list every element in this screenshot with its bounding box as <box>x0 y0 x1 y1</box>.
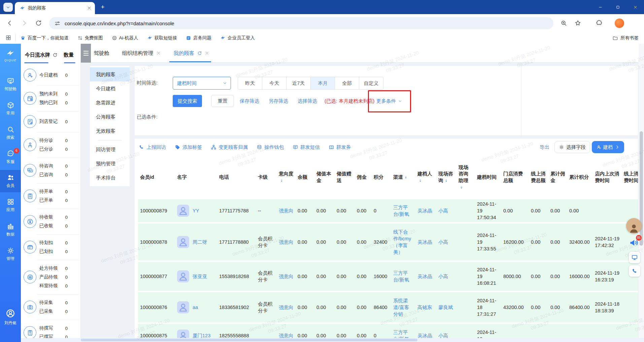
sidebar-item-管理[interactable]: 管理 <box>0 243 21 265</box>
column-header[interactable]: 电话 <box>217 157 256 198</box>
apps-grid-icon[interactable] <box>5 35 11 41</box>
stats-row[interactable]: 已开单0 <box>39 196 78 205</box>
stats-row[interactable]: 待咨询0 <box>39 162 78 170</box>
stats-row[interactable]: 待采集0 <box>39 298 78 307</box>
minimize-button[interactable] <box>591 0 609 14</box>
all-bookmarks-button[interactable]: 所有书签 <box>612 32 639 44</box>
stats-row[interactable]: 预约已到0 <box>39 98 78 107</box>
sidebar-item-会员[interactable]: 会员 <box>0 170 21 192</box>
stats-row[interactable]: 科室待领0 <box>39 281 78 290</box>
table-row[interactable]: 1000000878周二呀17711778880会员积分卡强意向0.000.00… <box>138 224 638 261</box>
filter-link-另存筛选[interactable]: 另存筛选 <box>269 98 288 104</box>
bookmark-item[interactable]: 获取短链接 <box>147 35 177 41</box>
create-record-button[interactable]: 建档 <box>592 141 624 153</box>
column-header[interactable]: 卡级 <box>256 157 277 198</box>
browser-tab[interactable]: 我的顾客 <box>15 2 95 14</box>
customer-name-link[interactable]: aa <box>193 304 198 311</box>
column-header[interactable]: 名字 <box>175 157 217 198</box>
sidebar-item-应用[interactable]: 应用 <box>0 194 21 216</box>
maximize-button[interactable] <box>609 0 626 14</box>
menu-item-公海顾客[interactable]: 公海顾客 <box>90 110 130 124</box>
stats-row[interactable]: 已咨询0 <box>39 170 78 179</box>
workspace-tab-我的顾客[interactable]: 我的顾客 <box>174 50 209 57</box>
collapse-menu-button[interactable] <box>81 44 91 63</box>
filter-link-选择筛选[interactable]: 选择筛选 <box>298 98 317 104</box>
close-tab-icon[interactable] <box>87 6 92 10</box>
menu-item-今日建档[interactable]: 今日建档 <box>90 81 130 96</box>
menu-item-手术排台[interactable]: 手术排台 <box>90 171 130 185</box>
stats-row[interactable]: 已划扣0 <box>39 247 78 256</box>
horizontal-scrollbar[interactable] <box>21 338 644 342</box>
select-fields-button[interactable]: 选择字段 <box>554 141 590 153</box>
range-button-近7天[interactable]: 近7天 <box>286 77 311 90</box>
menu-item-我的顾客[interactable]: 我的顾客 <box>90 67 130 81</box>
column-header[interactable]: 店内上次消费时间 <box>593 157 622 198</box>
stats-row[interactable]: 待划扣0 <box>39 238 78 247</box>
column-header[interactable]: 余额 <box>296 157 314 198</box>
column-header[interactable]: 线上消费总额 <box>529 157 548 198</box>
action-上报回访[interactable]: 上报回访 <box>139 144 166 150</box>
sort-icon[interactable] <box>418 178 422 183</box>
stats-row[interactable]: 待开单0 <box>39 187 78 196</box>
sidebar-item-客服[interactable]: 客服6 <box>0 146 21 168</box>
range-button-昨天[interactable]: 昨天 <box>238 77 262 90</box>
back-icon[interactable] <box>6 20 13 27</box>
column-header[interactable]: 累计积分 <box>567 157 593 198</box>
menu-item-急需跟进[interactable]: 急需跟进 <box>90 96 130 110</box>
column-header[interactable]: 现场咨询 <box>436 157 456 198</box>
sort-icon[interactable] <box>404 175 408 180</box>
column-header[interactable]: 现场咨询助理 <box>456 157 475 198</box>
stats-row[interactable]: 处方待领0 <box>39 264 78 273</box>
stats-row[interactable]: 预约未到0 <box>39 90 78 98</box>
customer-name-link[interactable]: 厦门123 <box>193 332 210 338</box>
vertical-scrollbar[interactable] <box>639 44 644 338</box>
range-button-今天[interactable]: 今天 <box>262 77 286 90</box>
column-header[interactable]: 线上消费时间 <box>622 157 638 198</box>
bookmark-item[interactable]: 店务问题 <box>186 35 211 41</box>
column-header[interactable]: 储值本金 <box>314 157 335 198</box>
table-row[interactable]: 1000000877张亚亚15538918268会员积分卡强意向0.000.00… <box>138 262 638 291</box>
profile-avatar[interactable] <box>615 19 624 28</box>
url-bar[interactable]: console.qique.cn/index.php?r=data/main/c… <box>49 17 553 29</box>
action-群发短信[interactable]: 群发短信 <box>293 144 320 150</box>
customer-name-link[interactable]: 张亚亚 <box>193 273 207 280</box>
column-header[interactable]: 积分 <box>372 157 391 198</box>
time-field-select[interactable]: 建档时间 <box>173 77 231 90</box>
action-操作钱包[interactable]: 操作钱包 <box>257 144 284 150</box>
table-row[interactable]: 1000000876aa18336581902会员积分卡强意向0.000.000… <box>138 292 638 322</box>
action-变更顾客归属[interactable]: 变更顾客归属 <box>211 144 248 150</box>
zoom-icon[interactable] <box>560 20 567 27</box>
column-header[interactable]: 建档人 <box>415 157 436 198</box>
customer-name-link[interactable]: 周二呀 <box>193 239 207 245</box>
workspace-tab-驾驶舱[interactable]: 驾驶舱 <box>94 50 109 57</box>
stats-row[interactable]: 已采集0 <box>39 307 78 316</box>
sidebar-user[interactable]: 刘丹懿 <box>0 308 21 326</box>
submit-search-button[interactable]: 提交搜索 <box>173 95 202 107</box>
stats-row[interactable]: 今日建档0 <box>39 71 78 79</box>
filter-link-保存筛选[interactable]: 保存筛选 <box>240 98 259 104</box>
screen-widget-button[interactable] <box>629 252 640 263</box>
stats-row[interactable]: 产品待领0 <box>39 273 78 281</box>
column-header[interactable]: 门店消费总额 <box>501 157 529 198</box>
sort-icon[interactable] <box>444 178 448 183</box>
workspace-tab-组织结构管理[interactable]: 组织结构管理 <box>122 50 161 57</box>
close-window-button[interactable] <box>626 0 644 14</box>
reset-button[interactable]: 重置 <box>211 95 234 107</box>
bookmark-item[interactable]: 百度一下，你就知道 <box>20 35 69 41</box>
stats-row[interactable]: 已收银0 <box>39 221 78 230</box>
tab-search-button[interactable] <box>3 3 13 12</box>
stats-row[interactable]: 待收银0 <box>39 213 78 221</box>
table-row[interactable]: 1000000875厦门12318255558888强意向0.000.000.0… <box>138 324 638 338</box>
bookmark-star-icon[interactable] <box>574 20 581 27</box>
action-群发券[interactable]: 群发券 <box>329 144 351 150</box>
column-header[interactable]: 会员id <box>138 157 175 198</box>
sidebar-item-数据[interactable]: 数据 <box>0 219 21 241</box>
menu-item-回访管理[interactable]: 回访管理 <box>90 142 130 157</box>
table-row[interactable]: 1000000879YY17711775788--强意向0.000.000.00… <box>138 199 638 222</box>
menu-item-无效顾客[interactable]: 无效顾客 <box>90 124 130 138</box>
range-button-本月[interactable]: 本月 <box>310 77 335 90</box>
extensions-icon[interactable] <box>596 20 603 27</box>
column-header[interactable]: 佣金 <box>355 157 372 198</box>
range-button-全部[interactable]: 全部 <box>335 77 359 90</box>
column-header[interactable]: 储值赠送 <box>335 157 355 198</box>
